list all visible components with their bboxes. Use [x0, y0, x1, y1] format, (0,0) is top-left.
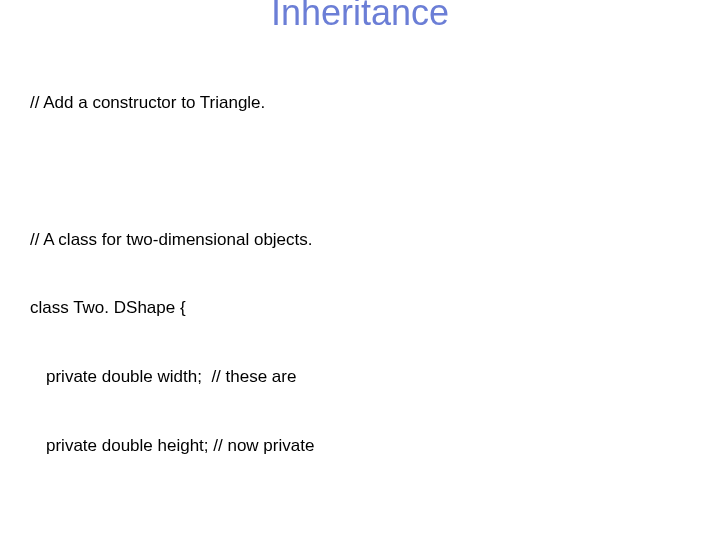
blank-line: [30, 504, 690, 526]
blank-line: [30, 161, 690, 183]
code-line: private double height; // now private: [30, 435, 690, 458]
code-block: // Add a constructor to Triangle. // A c…: [30, 46, 690, 540]
slide-container: Inheritance // Add a constructor to Tria…: [0, 0, 720, 532]
code-line: // Add a constructor to Triangle.: [30, 92, 690, 115]
code-line: // A class for two-dimensional objects.: [30, 229, 690, 252]
code-line: class Two. DShape {: [30, 297, 690, 320]
code-line: private double width; // these are: [30, 366, 690, 389]
page-title: Inheritance: [30, 0, 690, 34]
